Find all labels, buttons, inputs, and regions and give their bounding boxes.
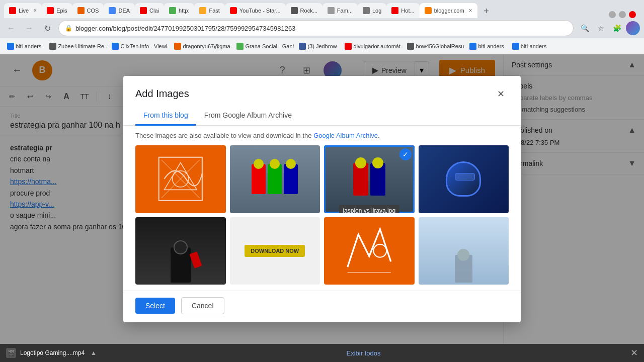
tab-bar: Live × Epis COS DEA Clai http: Fast	[0, 0, 644, 18]
chevron-up-icon[interactable]: ▲	[91, 349, 97, 356]
bookmark-divulgador[interactable]: divulgador automát...	[342, 41, 402, 51]
bookmark-jedbrow[interactable]: (3) Jedbrow	[296, 41, 340, 51]
forward-nav-button[interactable]: →	[22, 21, 36, 35]
maximize-button[interactable]	[619, 11, 626, 18]
dialog-header: Add Images ✕	[123, 76, 521, 102]
tab-close-live[interactable]: ×	[33, 7, 37, 14]
image-grid: ✓ jaspion vs jiraya.jpg	[123, 145, 521, 291]
tab-favicon-hot	[391, 7, 398, 14]
extensions-area: 🔍 ☆ 🧩	[578, 21, 640, 35]
profile-avatar[interactable]	[626, 21, 640, 35]
bookmark-icon[interactable]: ☆	[594, 21, 608, 35]
bookmark-bitlanders-1[interactable]: bitLanders	[4, 41, 44, 51]
tab-fast[interactable]: Fast	[194, 3, 224, 18]
tab-favicon-http	[169, 7, 176, 14]
image-cell-3[interactable]: ✓ jaspion vs jiraya.jpg	[324, 145, 415, 213]
tab-rock[interactable]: Rock...	[286, 3, 323, 18]
dialog-info: These images are also available to view …	[123, 126, 521, 145]
address-text: blogger.com/blog/post/edit/2477019925030…	[75, 25, 567, 32]
dialog-tabs: From this blog From Google Album Archive	[123, 106, 521, 126]
tab-favicon-fast	[199, 7, 206, 14]
close-bottom-bar-button[interactable]: ✕	[630, 347, 638, 358]
tab-fam[interactable]: Fam...	[323, 3, 358, 18]
tab-clai[interactable]: Clai	[135, 3, 164, 18]
tab-epis[interactable]: Epis	[42, 3, 72, 18]
tab-favicon-rock	[291, 7, 298, 14]
select-button[interactable]: Select	[135, 298, 175, 314]
tab-hot[interactable]: Hot...	[386, 3, 419, 18]
search-icon[interactable]: 🔍	[578, 21, 592, 35]
image-cell-6[interactable]: DOWNLOAD NOW	[230, 217, 320, 285]
dialog-title: Add Images	[135, 88, 189, 100]
refresh-button[interactable]: ↻	[40, 21, 54, 35]
tab-favicon-dea	[109, 7, 116, 14]
google-album-archive-link[interactable]: Google Album Archive	[313, 132, 378, 139]
page-content: ← B ? ⊞ ▶ Preview ▾ ▶ Publish	[0, 54, 644, 344]
tab-blogger[interactable]: blogger.com ×	[420, 3, 477, 18]
tab-youtube[interactable]: YouTube - Star...	[225, 3, 286, 18]
download-filename: Logotipo Gaming....mp4	[20, 349, 85, 356]
bookmark-bow456[interactable]: bow456GlobalResu...	[404, 41, 464, 51]
image-tooltip: jaspion vs jiraya.jpg	[339, 205, 399, 213]
image-cell-1[interactable]	[135, 145, 226, 213]
address-bar-row: ← → ↻ 🔒 blogger.com/blog/post/edit/24770…	[0, 18, 644, 38]
bookmark-zubee[interactable]: Zubee Ultimate Re...	[46, 41, 107, 51]
close-window-button[interactable]	[629, 11, 636, 18]
download-item: 🎬 Logotipo Gaming....mp4 ▲	[6, 348, 97, 358]
tab-cos[interactable]: COS	[72, 3, 104, 18]
tab-favicon-fam	[328, 7, 335, 14]
download-now-banner: DOWNLOAD NOW	[245, 245, 305, 257]
tab-favicon-live	[9, 7, 16, 14]
dialog-overlay: Add Images ✕ From this blog From Google …	[0, 54, 644, 344]
new-tab-button[interactable]: +	[479, 4, 494, 18]
image-cell-2[interactable]	[230, 145, 320, 213]
dialog-close-button[interactable]: ✕	[493, 86, 509, 102]
svg-point-5	[373, 244, 386, 257]
selection-check-overlay: ✓	[399, 148, 412, 160]
lock-icon: 🔒	[65, 25, 72, 32]
bookmark-grana[interactable]: Grana Social - Ganh...	[233, 41, 294, 51]
add-images-dialog: Add Images ✕ From this blog From Google …	[123, 76, 521, 322]
browser-chrome: Live × Epis COS DEA Clai http: Fast	[0, 0, 644, 54]
tab-favicon-clai	[140, 7, 147, 14]
tab-http[interactable]: http:	[164, 3, 194, 18]
tab-from-google-album[interactable]: From Google Album Archive	[196, 106, 300, 126]
tab-favicon-log	[363, 7, 370, 14]
bookmark-clixten[interactable]: ClixTen.info - Viewi...	[109, 41, 169, 51]
tab-favicon-epis	[47, 7, 54, 14]
minimize-button[interactable]	[609, 11, 616, 18]
tab-favicon-blogger	[425, 7, 432, 14]
address-bar[interactable]: 🔒 blogger.com/blog/post/edit/24770199250…	[58, 20, 574, 36]
back-nav-button[interactable]: ←	[4, 21, 18, 35]
image-cell-4[interactable]	[419, 145, 509, 213]
extensions-icon[interactable]: 🧩	[610, 21, 624, 35]
bookmarks-bar: bitLanders Zubee Ultimate Re... ClixTen.…	[0, 38, 644, 54]
tab-log[interactable]: Log	[358, 3, 386, 18]
tab-favicon-cos	[77, 7, 85, 14]
bookmark-bitlanders-3[interactable]: bitLanders	[509, 41, 549, 51]
cancel-button[interactable]: Cancel	[181, 297, 224, 314]
tab-close-blogger[interactable]: ×	[469, 7, 472, 14]
bookmark-bitlanders-2[interactable]: bitLanders	[466, 41, 507, 51]
tab-live[interactable]: Live ×	[4, 3, 42, 18]
tab-from-this-blog[interactable]: From this blog	[135, 106, 196, 126]
tab-favicon-youtube	[230, 7, 237, 14]
dialog-footer: Select Cancel	[123, 291, 521, 322]
bottom-bar: 🎬 Logotipo Gaming....mp4 ▲ Exibir todos …	[0, 344, 644, 362]
download-file-icon: 🎬	[6, 348, 16, 358]
image-cell-5[interactable]	[135, 217, 226, 285]
image-cell-7[interactable]	[324, 217, 415, 285]
tab-dea[interactable]: DEA	[104, 3, 135, 18]
bookmark-dragon[interactable]: dragonryu67@gma...	[171, 41, 231, 51]
show-all-button[interactable]: Exibir todos	[347, 349, 381, 357]
image-cell-8[interactable]	[419, 217, 509, 285]
